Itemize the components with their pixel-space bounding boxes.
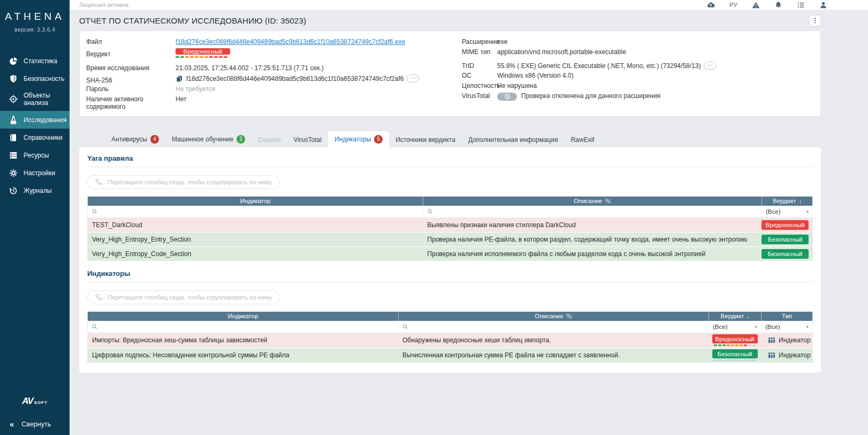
- trid-more-button[interactable]: ⋯: [704, 62, 716, 70]
- yara-filter-description[interactable]: [423, 206, 762, 218]
- sidebar-item-journals[interactable]: Журналы: [0, 182, 70, 199]
- sidebar-item-references[interactable]: Справочники: [0, 129, 70, 146]
- language-switch[interactable]: РУ: [729, 2, 737, 8]
- analysis-time-value: 21.03.2025, 17:25:44.002 - 17:25:51.713 …: [176, 64, 438, 72]
- info-row-time: Время исследования 21.03.2025, 17:25:44.…: [86, 64, 438, 74]
- yara-row-0[interactable]: TEST_DarkCloud Выявлены признаки наличия…: [88, 218, 812, 232]
- no-group-icon: [566, 313, 572, 319]
- cloud-upload-icon[interactable]: [707, 1, 715, 9]
- tab-additional-info[interactable]: Дополнительная информация: [462, 132, 565, 147]
- sidebar-item-label: Исследования: [24, 116, 66, 124]
- info-row-virustotal: VirusTotal Проверка отключена для данног…: [462, 92, 814, 102]
- virustotal-value: Проверка отключена для данного расширени…: [521, 92, 660, 100]
- sidebar-item-investigations[interactable]: Исследования: [0, 111, 70, 129]
- indicators-section-title: Индикаторы: [87, 269, 813, 282]
- info-row-verdict: Вердикт Вредоносный: [86, 48, 438, 64]
- indicators-group-by-dropzone[interactable]: Перетащите столбец сюда, чтобы сгруппиро…: [87, 290, 280, 304]
- sort-desc-icon: ↓: [799, 198, 802, 204]
- group-columns-icon: [95, 178, 103, 186]
- user-icon[interactable]: [819, 1, 827, 9]
- yara-indicator-cell: TEST_DarkCloud: [88, 221, 423, 229]
- indicators-filter-type-select[interactable]: (Все) ▾: [761, 321, 812, 333]
- sidebar-item-label: Объекты анализа: [24, 92, 66, 107]
- tab-virustotal[interactable]: VirusTotal: [287, 132, 328, 147]
- yara-row-1[interactable]: Very_High_Entropy_Entry_Section Проверка…: [88, 232, 812, 247]
- type-cell: Индикатор: [761, 351, 812, 359]
- verdict-badge: Вредоносный: [712, 334, 758, 343]
- type-cell: Индикатор: [761, 336, 812, 344]
- verdict-meter: [714, 344, 756, 346]
- tab-machine-learning[interactable]: Машинное обучение 2: [165, 131, 252, 147]
- tab-rawexif[interactable]: RawExif: [565, 132, 601, 147]
- yara-indicator-cell: Very_High_Entropy_Code_Section: [88, 250, 423, 258]
- sidebar-item-security[interactable]: Безопасность: [0, 70, 70, 87]
- sidebar-item-label: Настройки: [24, 169, 55, 177]
- sidebar-item-analysis-objects[interactable]: Объекты анализа: [0, 87, 70, 111]
- double-chevron-left-icon: «: [10, 422, 14, 427]
- indicators-filter-row: (Все) ▾ (Все) ▾: [88, 321, 812, 333]
- indicators-col-indicator[interactable]: Индикатор: [88, 312, 398, 321]
- bell-icon[interactable]: [774, 1, 782, 9]
- yara-group-by-dropzone[interactable]: Перетащите столбец сюда, чтобы сгруппиро…: [87, 175, 280, 189]
- warning-triangle-icon[interactable]: [752, 1, 760, 9]
- pie-chart-icon: [9, 57, 18, 65]
- description-cell: Обнаружены вредоносные хеши таблиц импор…: [398, 336, 709, 344]
- active-content-value: Нет: [176, 95, 438, 103]
- indicator-cell: Цифровая подпись: Несовпадение контрольн…: [88, 351, 398, 359]
- indicators-filter-indicator[interactable]: [88, 321, 398, 333]
- chevron-down-icon: ▾: [806, 324, 809, 329]
- target-icon: [9, 95, 18, 103]
- yara-row-2[interactable]: Very_High_Entropy_Code_Section Проверка …: [88, 247, 812, 261]
- yara-filter-verdict-select[interactable]: (Все) ▾: [762, 206, 812, 218]
- tab-label: VirusTotal: [293, 136, 321, 144]
- tab-label: Индикаторы: [334, 136, 371, 143]
- yara-col-indicator[interactable]: Индикатор: [88, 197, 423, 206]
- tab-verdict-sources[interactable]: Источники вердикта: [389, 132, 462, 147]
- kebab-menu-button[interactable]: ⋮: [810, 15, 821, 26]
- column-title: Вердикт: [721, 313, 744, 319]
- indicators-col-description[interactable]: Описание: [398, 312, 709, 321]
- copy-icon[interactable]: [176, 75, 183, 82]
- tab-indicators[interactable]: Индикаторы 5: [328, 131, 389, 147]
- indicators-filter-description[interactable]: [398, 321, 709, 333]
- tab-antivirus[interactable]: Антивирусы 4: [105, 131, 165, 147]
- search-icon: [402, 324, 409, 330]
- info-row-file: Файл f18d276ce3ec088f6d446e409489bad5c9b…: [86, 38, 438, 48]
- sidebar-item-label: Ресурсы: [24, 152, 49, 159]
- topbar-icons: РУ: [707, 1, 827, 9]
- sidebar-item-settings[interactable]: Настройки: [0, 164, 70, 182]
- indicators-row-0[interactable]: Импорты: Вредоносная хеш-сумма таблицы з…: [88, 333, 812, 348]
- indicators-table: Индикатор Описание Вердикт ↓ Тип (: [87, 311, 813, 363]
- file-link[interactable]: f18d276ce3ec088f6d446e409489bad5c9b613d6…: [176, 38, 438, 46]
- collapse-sidebar-button[interactable]: « Свернуть: [0, 415, 70, 435]
- sidebar-item-statistics[interactable]: Статистика: [0, 52, 70, 70]
- sidebar-item-resources[interactable]: Ресурсы: [0, 146, 70, 164]
- yara-col-description[interactable]: Описание: [423, 197, 762, 206]
- sidebar: ATHENA версия: 3.3.6.4 Статистика Безопа…: [0, 0, 70, 435]
- yara-table-header: Индикатор Описание Вердикт ↓: [88, 197, 812, 206]
- info-row-os: ОС Windows x86 (Version 4.0): [462, 71, 814, 81]
- indicators-row-1[interactable]: Цифровая подпись: Несовпадение контрольн…: [88, 348, 812, 363]
- yara-filter-indicator[interactable]: [88, 206, 423, 218]
- yara-col-verdict[interactable]: Вердикт ↓: [762, 197, 812, 206]
- extension-value: exe: [497, 38, 814, 46]
- yara-description-cell: Выявлены признаки наличия стиллера DarkC…: [423, 221, 762, 229]
- task-list-icon[interactable]: [797, 1, 805, 9]
- indicators-col-type[interactable]: Тип: [761, 312, 812, 321]
- sha256-more-button[interactable]: ⋯: [407, 74, 419, 82]
- flask-icon: [9, 116, 18, 124]
- verdict-badge: Безопасный: [712, 349, 758, 358]
- info-row-active-content: Наличие активного содержимого Нет: [86, 95, 438, 111]
- sha256-value: f18d276ce3ec088f6d446e409489bad5c9b613d6…: [186, 75, 403, 82]
- tab-count-badge: 5: [374, 135, 383, 144]
- description-cell: Вычисленная контрольная сумма PE файла н…: [398, 351, 709, 359]
- column-title: Вердикт: [773, 198, 796, 204]
- info-row-extension: Расширение exe: [462, 38, 814, 48]
- column-title: Индикатор: [240, 198, 271, 204]
- integrity-value: Не нарушена: [497, 82, 814, 89]
- grid-table-icon: [768, 336, 775, 344]
- indicators-col-verdict[interactable]: Вердикт ↓: [709, 312, 761, 321]
- shield-icon: [9, 74, 18, 83]
- info-row-sha256: SHA-256 f18d276ce3ec088f6d446e409489bad5…: [86, 74, 438, 85]
- indicators-filter-verdict-select[interactable]: (Все) ▾: [709, 321, 761, 333]
